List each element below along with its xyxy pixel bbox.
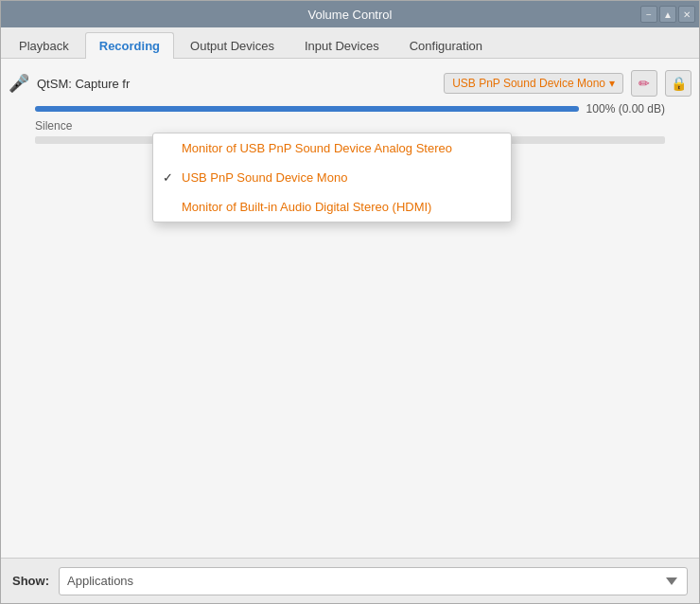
bottom-bar: Show: Applications All Streams — [1, 558, 699, 603]
tab-input-devices[interactable]: Input Devices — [290, 32, 394, 59]
volume-percentage: 100% (0.00 dB) — [586, 102, 665, 115]
dropdown-arrow-icon: ▾ — [609, 77, 615, 90]
content-area: 🎤 QtSM: Capture fr USB PnP Sound Device … — [1, 59, 699, 558]
device-row: 🎤 QtSM: Capture fr USB PnP Sound Device … — [9, 66, 691, 100]
show-label: Show: — [12, 574, 49, 588]
edit-button[interactable]: ✏ — [631, 70, 657, 97]
tab-playback[interactable]: Playback — [5, 32, 83, 59]
lock-icon: 🔒 — [671, 76, 687, 91]
tab-configuration[interactable]: Configuration — [395, 32, 497, 59]
minimize-button[interactable]: − — [640, 6, 657, 23]
device-name-dropdown[interactable]: USB PnP Sound Device Mono ▾ — [444, 73, 623, 94]
maximize-button[interactable]: ▲ — [659, 6, 676, 23]
show-select[interactable]: Applications All Streams — [59, 567, 688, 595]
volume-fill — [35, 106, 579, 112]
window-title: Volume Control — [308, 8, 393, 22]
pencil-icon: ✏ — [639, 76, 650, 91]
volume-slider[interactable] — [35, 106, 579, 112]
title-bar: Volume Control − ▲ ✕ — [1, 1, 699, 27]
title-bar-controls: − ▲ ✕ — [640, 6, 695, 23]
device-label: QtSM: Capture fr — [37, 77, 130, 91]
silence-label: Silence — [9, 119, 691, 133]
volume-row: 100% (0.00 dB) — [9, 100, 691, 117]
device-dropdown-menu: Monitor of USB PnP Sound Device Analog S… — [152, 133, 512, 222]
microphone-icon: 🎤 — [9, 73, 29, 94]
lock-button[interactable]: 🔒 — [665, 70, 691, 97]
close-button[interactable]: ✕ — [678, 6, 695, 23]
dropdown-item-usb-pnp-mono[interactable]: USB PnP Sound Device Mono — [153, 163, 511, 192]
dropdown-item-monitor-usb-analog[interactable]: Monitor of USB PnP Sound Device Analog S… — [153, 133, 511, 163]
volume-control-window: Volume Control − ▲ ✕ Playback Recording … — [0, 0, 700, 604]
dropdown-item-monitor-builtin-hdmi[interactable]: Monitor of Built-in Audio Digital Stereo… — [153, 192, 511, 222]
tab-recording[interactable]: Recording — [85, 32, 174, 59]
tab-output-devices[interactable]: Output Devices — [176, 32, 289, 59]
tab-bar: Playback Recording Output Devices Input … — [1, 27, 699, 59]
